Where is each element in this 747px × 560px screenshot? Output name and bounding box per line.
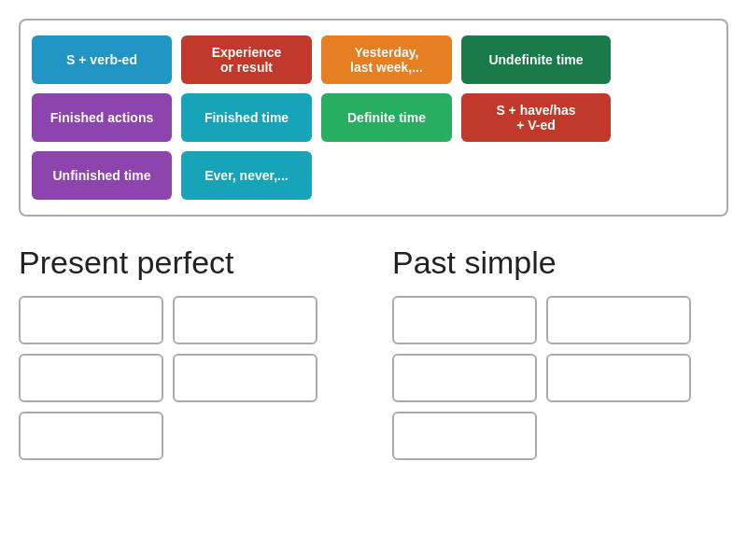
present-perfect-row-1 — [19, 296, 317, 344]
pp-drop-box-1[interactable] — [19, 296, 163, 344]
pp-drop-box-4[interactable] — [173, 354, 317, 402]
card-s-verb-ed[interactable]: S + verb-ed — [32, 35, 172, 84]
card-unfinished-time[interactable]: Unfinished time — [32, 151, 172, 200]
pp-drop-box-3[interactable] — [19, 354, 163, 402]
card-finished-time[interactable]: Finished time — [181, 93, 312, 142]
sort-section: Present perfect Past simple — [19, 245, 728, 460]
present-perfect-column: Present perfect — [19, 245, 355, 460]
past-simple-row-3 — [392, 412, 537, 460]
present-perfect-row-2 — [19, 354, 317, 402]
card-row-1: S + verb-ed Experienceor result Yesterda… — [32, 35, 715, 84]
pp-drop-box-5[interactable] — [19, 412, 163, 460]
card-definite-time[interactable]: Definite time — [321, 93, 452, 142]
present-perfect-drop-grid — [19, 296, 355, 460]
card-experience-result[interactable]: Experienceor result — [181, 35, 312, 84]
card-row-3: Unfinished time Ever, never,... — [32, 151, 715, 200]
card-ever-never[interactable]: Ever, never,... — [181, 151, 312, 200]
pp-drop-box-2[interactable] — [173, 296, 317, 344]
ps-drop-box-5[interactable] — [392, 412, 537, 460]
past-simple-row-1 — [392, 296, 691, 344]
ps-drop-box-2[interactable] — [546, 296, 691, 344]
past-simple-drop-grid — [392, 296, 728, 460]
card-finished-actions[interactable]: Finished actions — [32, 93, 172, 142]
card-yesterday-last-week[interactable]: Yesterday,last week,... — [321, 35, 452, 84]
present-perfect-row-3 — [19, 412, 163, 460]
ps-drop-box-4[interactable] — [546, 354, 691, 402]
past-simple-column: Past simple — [392, 245, 728, 460]
card-undefinite-time[interactable]: Undefinite time — [461, 35, 611, 84]
past-simple-row-2 — [392, 354, 691, 402]
card-container: S + verb-ed Experienceor result Yesterda… — [19, 19, 728, 217]
ps-drop-box-3[interactable] — [392, 354, 537, 402]
present-perfect-title: Present perfect — [19, 245, 355, 281]
card-s-have-has-v-ed[interactable]: S + have/has+ V-ed — [461, 93, 611, 142]
ps-drop-box-1[interactable] — [392, 296, 537, 344]
past-simple-title: Past simple — [392, 245, 728, 281]
card-row-2: Finished actions Finished time Definite … — [32, 93, 715, 142]
